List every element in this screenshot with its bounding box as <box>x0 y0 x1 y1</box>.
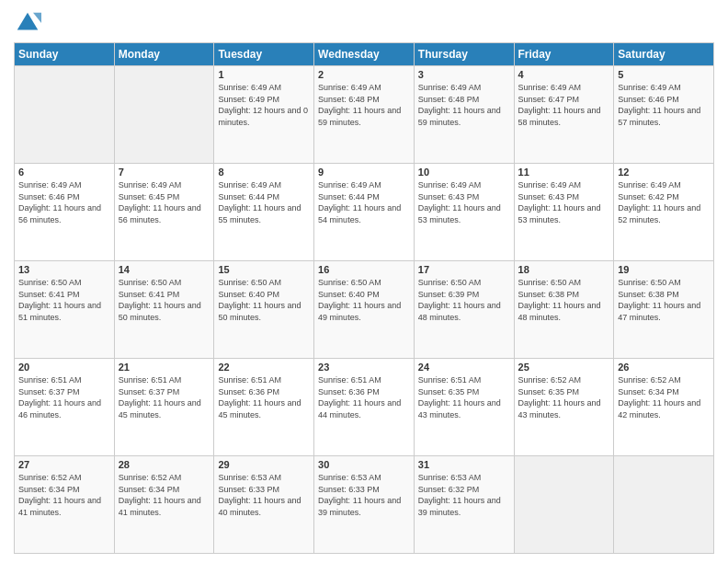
day-info: Sunrise: 6:50 AMSunset: 6:38 PMDaylight:… <box>618 277 710 323</box>
day-number: 10 <box>418 167 510 178</box>
day-info: Sunrise: 6:51 AMSunset: 6:37 PMDaylight:… <box>119 374 210 420</box>
day-number: 3 <box>418 69 510 80</box>
day-info: Sunrise: 6:49 AMSunset: 6:47 PMDaylight:… <box>518 82 610 128</box>
calendar-cell: 13Sunrise: 6:50 AMSunset: 6:41 PMDayligh… <box>15 261 115 359</box>
day-number: 9 <box>318 167 410 178</box>
calendar-cell: 4Sunrise: 6:49 AMSunset: 6:47 PMDaylight… <box>514 66 614 164</box>
svg-marker-1 <box>33 13 41 23</box>
calendar-week-4: 20Sunrise: 6:51 AMSunset: 6:37 PMDayligh… <box>15 359 714 456</box>
page: SundayMondayTuesdayWednesdayThursdayFrid… <box>0 0 728 563</box>
day-number: 4 <box>518 69 610 80</box>
day-number: 28 <box>119 459 210 470</box>
day-number: 2 <box>318 69 410 80</box>
day-info: Sunrise: 6:49 AMSunset: 6:45 PMDaylight:… <box>119 179 210 225</box>
weekday-header-sunday: Sunday <box>15 43 115 66</box>
day-number: 7 <box>119 167 210 178</box>
calendar-cell <box>514 456 614 554</box>
calendar-cell <box>114 66 214 164</box>
day-info: Sunrise: 6:51 AMSunset: 6:36 PMDaylight:… <box>218 374 310 420</box>
day-info: Sunrise: 6:52 AMSunset: 6:35 PMDaylight:… <box>518 374 610 420</box>
day-number: 27 <box>18 459 110 470</box>
calendar-cell: 26Sunrise: 6:52 AMSunset: 6:34 PMDayligh… <box>614 359 714 456</box>
weekday-header-monday: Monday <box>114 43 214 66</box>
day-number: 15 <box>218 264 310 275</box>
calendar-cell: 27Sunrise: 6:52 AMSunset: 6:34 PMDayligh… <box>15 456 115 554</box>
day-number: 12 <box>618 167 710 178</box>
calendar-cell: 25Sunrise: 6:52 AMSunset: 6:35 PMDayligh… <box>514 359 614 456</box>
day-number: 8 <box>218 167 310 178</box>
calendar-cell: 16Sunrise: 6:50 AMSunset: 6:40 PMDayligh… <box>314 261 415 359</box>
calendar-cell: 24Sunrise: 6:51 AMSunset: 6:35 PMDayligh… <box>414 359 514 456</box>
day-info: Sunrise: 6:52 AMSunset: 6:34 PMDaylight:… <box>18 472 110 518</box>
calendar-cell: 2Sunrise: 6:49 AMSunset: 6:48 PMDaylight… <box>314 66 415 164</box>
day-number: 11 <box>518 167 610 178</box>
calendar-cell: 1Sunrise: 6:49 AMSunset: 6:49 PMDaylight… <box>214 66 314 164</box>
day-number: 13 <box>18 264 110 275</box>
calendar-cell <box>15 66 115 164</box>
day-number: 14 <box>119 264 210 275</box>
calendar-cell: 18Sunrise: 6:50 AMSunset: 6:38 PMDayligh… <box>514 261 614 359</box>
weekday-row: SundayMondayTuesdayWednesdayThursdayFrid… <box>15 43 714 66</box>
day-number: 26 <box>618 362 710 373</box>
logo <box>14 9 45 37</box>
calendar-week-5: 27Sunrise: 6:52 AMSunset: 6:34 PMDayligh… <box>15 456 714 554</box>
calendar-cell: 14Sunrise: 6:50 AMSunset: 6:41 PMDayligh… <box>114 261 214 359</box>
day-info: Sunrise: 6:49 AMSunset: 6:48 PMDaylight:… <box>318 82 410 128</box>
calendar-cell: 20Sunrise: 6:51 AMSunset: 6:37 PMDayligh… <box>15 359 115 456</box>
calendar-cell: 21Sunrise: 6:51 AMSunset: 6:37 PMDayligh… <box>114 359 214 456</box>
day-info: Sunrise: 6:49 AMSunset: 6:43 PMDaylight:… <box>418 179 510 225</box>
day-info: Sunrise: 6:49 AMSunset: 6:43 PMDaylight:… <box>518 179 610 225</box>
calendar-week-3: 13Sunrise: 6:50 AMSunset: 6:41 PMDayligh… <box>15 261 714 359</box>
day-info: Sunrise: 6:49 AMSunset: 6:42 PMDaylight:… <box>618 179 710 225</box>
header <box>14 9 714 37</box>
calendar-cell: 30Sunrise: 6:53 AMSunset: 6:33 PMDayligh… <box>314 456 415 554</box>
day-info: Sunrise: 6:52 AMSunset: 6:34 PMDaylight:… <box>618 374 710 420</box>
calendar-cell: 12Sunrise: 6:49 AMSunset: 6:42 PMDayligh… <box>614 164 714 261</box>
calendar-cell: 19Sunrise: 6:50 AMSunset: 6:38 PMDayligh… <box>614 261 714 359</box>
day-number: 25 <box>518 362 610 373</box>
day-number: 1 <box>218 69 310 80</box>
day-number: 16 <box>318 264 410 275</box>
day-info: Sunrise: 6:50 AMSunset: 6:38 PMDaylight:… <box>518 277 610 323</box>
calendar-cell: 7Sunrise: 6:49 AMSunset: 6:45 PMDaylight… <box>114 164 214 261</box>
calendar-cell: 29Sunrise: 6:53 AMSunset: 6:33 PMDayligh… <box>214 456 314 554</box>
day-number: 20 <box>18 362 110 373</box>
day-info: Sunrise: 6:51 AMSunset: 6:36 PMDaylight:… <box>318 374 410 420</box>
day-info: Sunrise: 6:53 AMSunset: 6:33 PMDaylight:… <box>218 472 310 518</box>
calendar-cell: 11Sunrise: 6:49 AMSunset: 6:43 PMDayligh… <box>514 164 614 261</box>
day-number: 5 <box>618 69 710 80</box>
calendar-cell <box>614 456 714 554</box>
weekday-header-friday: Friday <box>514 43 614 66</box>
calendar-cell: 15Sunrise: 6:50 AMSunset: 6:40 PMDayligh… <box>214 261 314 359</box>
day-number: 31 <box>418 459 510 470</box>
day-number: 19 <box>618 264 710 275</box>
day-info: Sunrise: 6:49 AMSunset: 6:46 PMDaylight:… <box>618 82 710 128</box>
day-info: Sunrise: 6:49 AMSunset: 6:46 PMDaylight:… <box>18 179 110 225</box>
calendar-cell: 3Sunrise: 6:49 AMSunset: 6:48 PMDaylight… <box>414 66 514 164</box>
calendar-table: SundayMondayTuesdayWednesdayThursdayFrid… <box>14 42 714 554</box>
day-number: 22 <box>218 362 310 373</box>
day-info: Sunrise: 6:52 AMSunset: 6:34 PMDaylight:… <box>119 472 210 518</box>
calendar-cell: 5Sunrise: 6:49 AMSunset: 6:46 PMDaylight… <box>614 66 714 164</box>
calendar-cell: 10Sunrise: 6:49 AMSunset: 6:43 PMDayligh… <box>414 164 514 261</box>
calendar-cell: 8Sunrise: 6:49 AMSunset: 6:44 PMDaylight… <box>214 164 314 261</box>
calendar-cell: 23Sunrise: 6:51 AMSunset: 6:36 PMDayligh… <box>314 359 415 456</box>
day-info: Sunrise: 6:53 AMSunset: 6:33 PMDaylight:… <box>318 472 410 518</box>
calendar-cell: 17Sunrise: 6:50 AMSunset: 6:39 PMDayligh… <box>414 261 514 359</box>
weekday-header-tuesday: Tuesday <box>214 43 314 66</box>
calendar-week-2: 6Sunrise: 6:49 AMSunset: 6:46 PMDaylight… <box>15 164 714 261</box>
calendar-cell: 31Sunrise: 6:53 AMSunset: 6:32 PMDayligh… <box>414 456 514 554</box>
day-number: 21 <box>119 362 210 373</box>
calendar-cell: 9Sunrise: 6:49 AMSunset: 6:44 PMDaylight… <box>314 164 415 261</box>
calendar-cell: 6Sunrise: 6:49 AMSunset: 6:46 PMDaylight… <box>15 164 115 261</box>
day-info: Sunrise: 6:53 AMSunset: 6:32 PMDaylight:… <box>418 472 510 518</box>
day-info: Sunrise: 6:49 AMSunset: 6:49 PMDaylight:… <box>218 82 310 128</box>
day-info: Sunrise: 6:50 AMSunset: 6:39 PMDaylight:… <box>418 277 510 323</box>
weekday-header-wednesday: Wednesday <box>314 43 415 66</box>
calendar-cell: 28Sunrise: 6:52 AMSunset: 6:34 PMDayligh… <box>114 456 214 554</box>
day-number: 29 <box>218 459 310 470</box>
day-number: 6 <box>18 167 110 178</box>
calendar-week-1: 1Sunrise: 6:49 AMSunset: 6:49 PMDaylight… <box>15 66 714 164</box>
day-info: Sunrise: 6:50 AMSunset: 6:40 PMDaylight:… <box>318 277 410 323</box>
day-info: Sunrise: 6:49 AMSunset: 6:44 PMDaylight:… <box>318 179 410 225</box>
